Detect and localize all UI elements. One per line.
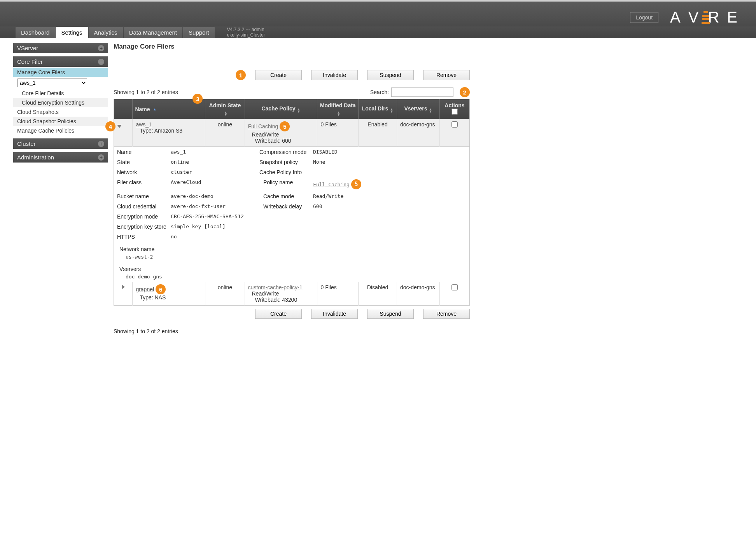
minus-icon: − [98,59,104,65]
col-admin-state[interactable]: Admin State▲▼ [205,99,245,119]
expand-row-toggle[interactable] [117,125,122,128]
suspend-button[interactable]: Suspend [367,70,414,80]
sort-icon: ▲▼ [429,108,432,113]
cell-vservers: doc-demo-gns [397,282,439,306]
sidebar-core-filer-select[interactable]: aws_1 [17,79,87,87]
detail-label: HTTPS [117,234,168,240]
detail-value: avere-doc-demo [171,193,256,199]
sidebar-item-manage-cache-policies[interactable]: Manage Cache Policies [13,126,108,135]
detail-value: cluster [171,169,256,175]
cache-writeback: Writeback: 600 [248,138,291,144]
detail-value: us-west-2 [119,254,466,260]
invalidate-button[interactable]: Invalidate [311,70,358,80]
select-all-checkbox[interactable] [452,108,458,115]
suspend-button[interactable]: Suspend [367,309,414,319]
filer-name-link[interactable]: grapnel [136,286,154,292]
sidebar-item-manage-core-filers[interactable]: Manage Core Filers [13,68,108,77]
col-modified-data[interactable]: Modified Data▲▼ [317,99,359,119]
col-name[interactable]: Name 3 ▲ [133,99,205,119]
col-expand [114,99,133,119]
row-checkbox[interactable] [452,284,458,290]
plus-icon: + [98,154,104,161]
sidebar-group-vserver[interactable]: VServer + [13,43,108,53]
header-bar: Logout A V R E [0,2,756,26]
logout-button[interactable]: Logout [630,12,658,23]
policy-name-link[interactable]: Full Caching [313,182,350,187]
annotation-5: 5 [351,179,361,189]
create-button[interactable]: Create [255,309,302,319]
sidebar-item-cloud-snapshot-policies[interactable]: Cloud Snapshot Policies [13,117,108,126]
remove-button[interactable]: Remove [423,70,470,80]
tab-support[interactable]: Support [183,27,215,38]
filer-type-label: Type: NAS [136,294,166,301]
detail-label: Policy name [259,179,310,185]
annotation-5: 5 [280,121,290,131]
filer-name-link[interactable]: aws_1 [136,121,151,128]
col-label: Cache Policy [261,105,295,112]
table-row: 4 aws_1 Type: Amazon S3 online Full Cach… [114,119,470,147]
tab-settings[interactable]: Settings [56,27,88,38]
detail-label: Vservers [119,266,466,272]
col-label: Admin State [209,102,241,108]
sidebar-item-cloud-encryption[interactable]: Cloud Encryption Settings [13,98,108,107]
detail-label: Cache Policy Info [259,169,375,175]
showing-entries-bottom: Showing 1 to 2 of 2 entries [114,328,470,334]
cache-policy-link[interactable]: custom-cache-policy-1 [248,284,303,290]
nav-tabs-row: Dashboard Settings Analytics Data Manage… [0,26,756,38]
version-line: V4.7.3.2 --- admin [227,27,265,32]
detail-value: CBC-AES-256-HMAC-SHA-512 [171,213,375,219]
col-local-dirs[interactable]: Local Dirs▲▼ [359,99,397,119]
cluster-name-line: ekelly-sim_Cluster [227,32,265,38]
cell-modified-data: 0 Files [317,119,359,147]
sidebar-group-label: VServer [17,45,38,51]
cache-policy-link[interactable]: Full Caching [248,123,278,129]
sidebar-group-core-filer[interactable]: Core Filer − [13,56,108,67]
detail-value: AvereCloud [171,179,256,185]
sidebar: VServer + Core Filer − Manage Core Filer… [13,38,108,342]
bottom-action-row: Create Invalidate Suspend Remove [114,309,470,319]
col-vservers[interactable]: Vservers▲▼ [397,99,439,119]
sort-icon: ▲▼ [297,108,301,113]
tab-dashboard[interactable]: Dashboard [16,27,55,38]
top-action-row: 1 Create Invalidate Suspend Remove [114,70,470,80]
sidebar-item-core-filer-details[interactable]: Core Filer Details [13,89,108,98]
plus-icon: + [98,45,104,51]
expand-row-toggle[interactable] [122,285,125,289]
content-panel: Manage Core Filers 1 Create Invalidate S… [108,38,481,342]
remove-button[interactable]: Remove [423,309,470,319]
sort-icon: ▲▼ [390,108,393,113]
detail-label: Snapshot policy [259,159,310,165]
logo-letter: R [708,9,726,26]
detail-label: Encryption mode [117,213,168,220]
tab-data-management[interactable]: Data Management [124,27,182,38]
search-input[interactable] [391,87,453,97]
create-button[interactable]: Create [255,70,302,80]
tab-analytics[interactable]: Analytics [89,27,123,38]
sidebar-item-cloud-snapshots[interactable]: Cloud Snapshots [13,107,108,117]
sidebar-core-filer-select-wrap: aws_1 [13,78,108,88]
cell-modified-data: 0 Files [317,282,359,306]
sidebar-group-cluster[interactable]: Cluster + [13,138,108,149]
logo-letter: A [670,9,688,26]
filer-type-label: Type: Amazon S3 [136,128,182,134]
detail-value: 600 [313,203,375,209]
sort-icon: ▲ [153,108,157,110]
cell-vservers: doc-demo-gns [397,119,439,147]
sidebar-group-administration[interactable]: Administration + [13,152,108,163]
detail-label: Compression mode [259,149,310,155]
detail-value: no [171,234,256,240]
row-checkbox[interactable] [452,121,458,128]
col-label: Actions [442,102,467,108]
col-actions: Actions [439,99,469,119]
cell-admin-state: online [205,119,245,147]
sidebar-group-label: Core Filer [17,58,43,65]
detail-label: Bucket name [117,193,168,199]
invalidate-button[interactable]: Invalidate [311,309,358,319]
annotation-6: 6 [156,284,166,294]
sort-icon: ▲▼ [337,111,340,116]
detail-value: None [313,159,375,165]
detail-label: Encryption key store [117,224,168,230]
col-cache-policy[interactable]: Cache Policy▲▼ [245,99,317,119]
detail-value: Read/Write [313,193,375,199]
annotation-1: 1 [236,70,246,80]
